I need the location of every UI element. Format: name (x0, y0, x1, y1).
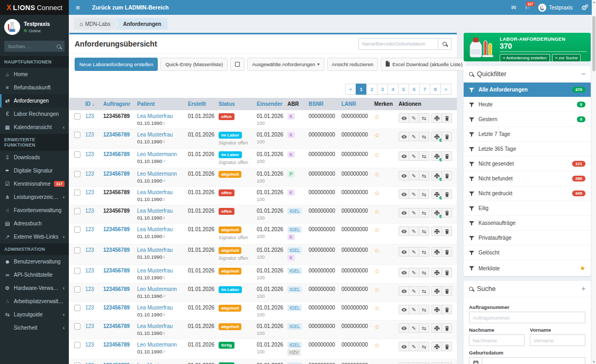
id-link[interactable]: 123 (85, 171, 94, 177)
patient-link[interactable]: Lea Musterfrau (137, 268, 173, 274)
breadcrumb-item-mdn-labs[interactable]: ⌂ MDN-Labs (74, 18, 118, 30)
row-checkbox[interactable] (74, 226, 80, 233)
sidebar-item-labor-rechnungen[interactable]: €Labor Rechnungen (0, 107, 69, 121)
delete-button[interactable] (441, 226, 452, 236)
merken-star-icon[interactable]: ☆ (374, 268, 380, 275)
auftragsnr-link[interactable]: 123456789 (103, 171, 130, 177)
merken-star-icon[interactable]: ☆ (374, 305, 380, 312)
column-header-erstellt[interactable]: Erstellt (186, 98, 216, 111)
messages-icon[interactable]: ✉ (511, 4, 516, 11)
repeat-button[interactable]: ⇆ (419, 305, 429, 314)
patient-link[interactable]: Lea Musterfrau (137, 305, 173, 311)
sidebar-item-home[interactable]: ⌂Home (0, 68, 69, 81)
row-checkbox[interactable] (74, 208, 80, 214)
auftragsnr-link[interactable]: 123456789 (103, 268, 130, 274)
print-button[interactable]: ✓ (431, 208, 442, 217)
column-header-einsender[interactable]: Einsender (255, 98, 285, 111)
print-button[interactable] (431, 226, 442, 236)
row-checkbox[interactable] (74, 268, 80, 274)
vorname-input[interactable] (530, 334, 585, 346)
view-button[interactable] (399, 226, 409, 236)
row-checkbox[interactable] (74, 323, 80, 330)
quick-entry-massenliste-button[interactable]: Quick-Entry (Massenliste) (160, 58, 228, 71)
breadcrumb-item-anforderungen[interactable]: Anforderungen (114, 18, 167, 30)
repeat-button[interactable]: ⇆ (419, 189, 429, 199)
settings-gears-icon[interactable]: ⚙⚙ (581, 4, 586, 12)
quickfilter-letzte-7-tage[interactable]: Letzte 7 Tage (464, 127, 591, 142)
delete-button[interactable] (441, 268, 452, 277)
row-checkbox[interactable] (74, 286, 80, 293)
id-link[interactable]: 123 (85, 268, 94, 274)
geburtsdatum-input[interactable] (482, 357, 585, 364)
quickfilter-merkliste[interactable]: Merkliste★ (464, 260, 591, 276)
sidebar-item-api-schnittstelle[interactable]: ∞API-Schnittstelle (0, 268, 69, 281)
delete-button[interactable] (441, 208, 452, 217)
quickfilter-alle-anforderungen[interactable]: Alle Anforderungen370 (464, 83, 591, 97)
repeat-button[interactable]: ⇆ (419, 132, 429, 141)
view-button[interactable] (399, 171, 409, 180)
page-button-8[interactable]: 8 (430, 84, 441, 95)
edit-button[interactable]: ✎ (409, 342, 419, 351)
delete-button[interactable] (441, 113, 452, 123)
repeat-button[interactable]: ⇆ (419, 113, 429, 123)
scrollbar-thumb[interactable] (592, 16, 595, 71)
edit-button[interactable]: ✎ (409, 189, 419, 199)
page-button-3[interactable]: 3 (377, 84, 388, 95)
repeat-button[interactable]: ⇆ (419, 226, 429, 236)
delete-button[interactable] (441, 189, 452, 199)
auftragsnr-link[interactable]: 123456789 (103, 286, 130, 292)
sidebar-item-hardware-verwaltung[interactable]: ⚙Hardware-Verwaltung‹ (0, 281, 69, 295)
patient-link[interactable]: Lea Musterfrau (137, 113, 173, 119)
edit-button[interactable]: ✎ (409, 268, 419, 277)
page-button-[interactable]: « (345, 84, 356, 95)
user-menu[interactable]: Testpraxis (538, 4, 573, 12)
merken-star-icon[interactable]: ☆ (374, 226, 380, 234)
quickfilter-gelöscht[interactable]: Gelöscht (464, 245, 591, 260)
repeat-button[interactable]: ⇆ (419, 171, 429, 180)
repeat-button[interactable]: ⇆ (419, 268, 429, 277)
neue-laboranforderung-erstellen-button[interactable]: Neue Laboranforderung erstellen (75, 58, 158, 71)
quickfilter-nicht-gesendet[interactable]: Nicht gesendet121 (464, 157, 591, 171)
auftragsnr-link[interactable]: 123456789 (103, 132, 130, 138)
sidebar-item-adressbuch[interactable]: ▤Adressbuch (0, 217, 69, 230)
sidebar-item-benutzerverwaltung[interactable]: ☻Benutzerverwaltung (0, 255, 69, 268)
patient-link[interactable]: Leo Mustermann (137, 286, 177, 292)
auftragsnr-link[interactable]: 123456789 (103, 305, 130, 311)
edit-button[interactable]: ✎ (409, 208, 419, 217)
quickfilter-nicht-gedruckt[interactable]: Nicht gedruckt345 (464, 186, 591, 201)
patient-link[interactable]: Leo Mustermann (137, 342, 177, 348)
page-button-2[interactable]: 2 (366, 84, 377, 95)
excel-download-aktuelle-liste-button[interactable]: Excel Download (aktuelle Liste) (381, 58, 467, 71)
delete-button[interactable] (441, 342, 452, 351)
row-checkbox[interactable] (74, 305, 80, 311)
quickfilter-gestern[interactable]: Gestern0 (464, 112, 591, 127)
merken-star-icon[interactable]: ☆ (374, 247, 380, 254)
patient-link[interactable]: Leo Mustermann (137, 171, 177, 177)
merken-star-icon[interactable]: ☆ (374, 132, 380, 139)
view-button[interactable] (399, 189, 409, 199)
view-button[interactable] (399, 151, 409, 161)
sidebar-search-input[interactable] (4, 41, 53, 52)
sidebar-item-arbeitsplatzverwaltung[interactable]: ∴Arbeitsplatzverwaltung (0, 295, 69, 308)
view-button[interactable] (399, 342, 409, 351)
row-checkbox[interactable] (74, 151, 80, 158)
row-checkbox[interactable] (74, 247, 80, 253)
print-button[interactable]: ✓ (431, 189, 442, 199)
sidebar-item-downloads[interactable]: ⇩Downloads (0, 151, 69, 164)
page-button-4[interactable]: 4 (387, 84, 399, 95)
row-checkbox[interactable] (74, 189, 80, 196)
view-button[interactable] (399, 323, 409, 333)
edit-button[interactable]: ✎ (409, 247, 419, 257)
delete-button[interactable] (441, 305, 452, 314)
print-button[interactable] (431, 268, 442, 277)
page-scrollbar[interactable]: ▲ ▼ (592, 0, 596, 364)
print-button[interactable] (431, 286, 442, 296)
row-checkbox[interactable] (74, 132, 80, 138)
edit-button[interactable]: ✎ (409, 226, 419, 236)
print-button[interactable] (431, 323, 442, 333)
view-button[interactable] (399, 208, 409, 217)
delete-button[interactable] (441, 151, 452, 161)
back-to-ladmin-link[interactable]: Zurück zum LADMIN-Bereich (92, 4, 169, 11)
delete-button[interactable] (441, 286, 452, 296)
merken-star-icon[interactable]: ☆ (374, 171, 380, 178)
